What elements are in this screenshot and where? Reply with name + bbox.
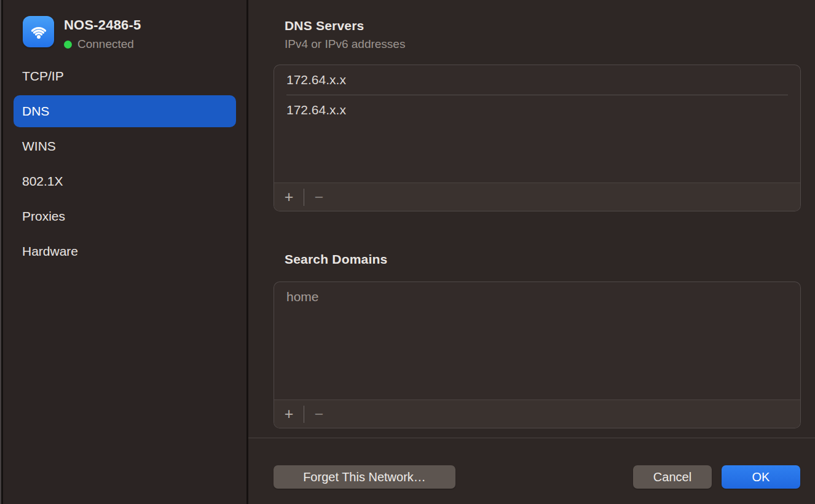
dns-servers-toolbar: + − (274, 183, 800, 211)
sidebar-item-tcpip[interactable]: TCP/IP (14, 60, 236, 92)
dns-server-entry[interactable]: 172.64.x.x (274, 65, 800, 95)
network-status: Connected (64, 37, 141, 51)
dns-servers-subtitle: IPv4 or IPv6 addresses (285, 37, 405, 51)
network-header: NOS-2486-5 Connected (23, 16, 141, 51)
remove-search-domain-button[interactable]: − (304, 400, 334, 428)
ok-button[interactable]: OK (722, 465, 800, 489)
remove-dns-server-button[interactable]: − (304, 183, 334, 211)
add-search-domain-button[interactable]: + (274, 400, 304, 428)
forget-network-button[interactable]: Forget This Network… (274, 465, 455, 489)
search-domains-listbox: home + − (274, 282, 801, 428)
sidebar-menu: TCP/IP DNS WINS 802.1X Proxies Hardware (14, 60, 236, 270)
sidebar-item-8021x[interactable]: 802.1X (14, 165, 236, 197)
network-info: NOS-2486-5 Connected (64, 16, 141, 51)
sidebar-item-hardware[interactable]: Hardware (14, 235, 236, 267)
dns-server-entry[interactable]: 172.64.x.x (274, 95, 800, 125)
sidebar: NOS-2486-5 Connected TCP/IP DNS WINS 802… (3, 0, 246, 504)
content-pane: DNS Servers IPv4 or IPv6 addresses 172.6… (248, 0, 815, 504)
sidebar-item-proxies[interactable]: Proxies (14, 200, 236, 232)
dns-servers-title: DNS Servers (285, 18, 364, 33)
cancel-button[interactable]: Cancel (633, 465, 712, 489)
sidebar-item-wins[interactable]: WINS (14, 130, 236, 162)
sidebar-item-dns[interactable]: DNS (14, 95, 236, 127)
search-domains-toolbar: + − (274, 400, 800, 428)
search-domains-title: Search Domains (285, 252, 387, 267)
wifi-icon (23, 16, 54, 47)
add-dns-server-button[interactable]: + (274, 183, 304, 211)
connected-status-dot (64, 41, 72, 49)
network-name: NOS-2486-5 (64, 17, 141, 33)
dns-servers-listbox: 172.64.x.x 172.64.x.x + − (274, 65, 801, 211)
footer-divider (248, 438, 815, 438)
search-domain-entry[interactable]: home (274, 282, 800, 312)
connected-status-label: Connected (77, 37, 134, 51)
